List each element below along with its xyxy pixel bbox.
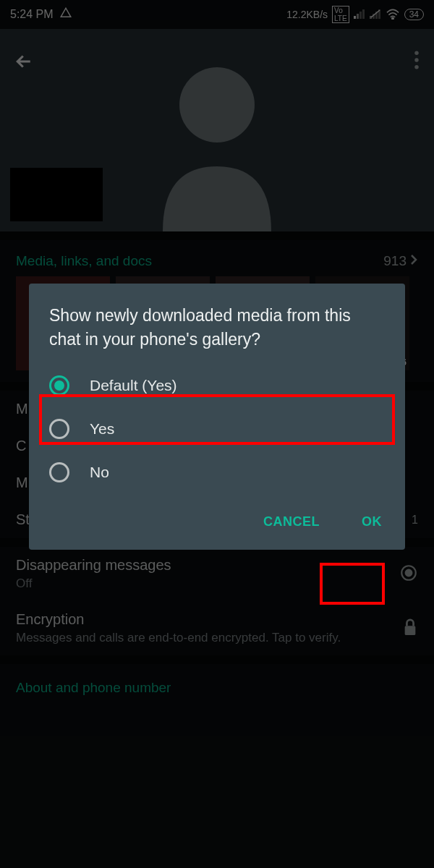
radio-option-no[interactable]: No	[29, 451, 405, 494]
radio-unselected-icon	[49, 462, 69, 482]
radio-unselected-icon	[49, 419, 69, 439]
ok-button[interactable]: OK	[352, 507, 392, 537]
radio-label: Yes	[90, 420, 114, 438]
radio-option-yes[interactable]: Yes	[29, 407, 405, 451]
dialog-title: Show newly downloaded media from this ch…	[29, 304, 405, 364]
media-visibility-dialog: Show newly downloaded media from this ch…	[29, 284, 405, 550]
radio-label: Default (Yes)	[90, 377, 177, 394]
radio-selected-icon	[49, 375, 69, 396]
radio-option-default[interactable]: Default (Yes)	[29, 364, 405, 407]
cancel-button[interactable]: CANCEL	[253, 507, 330, 537]
radio-label: No	[90, 464, 109, 481]
